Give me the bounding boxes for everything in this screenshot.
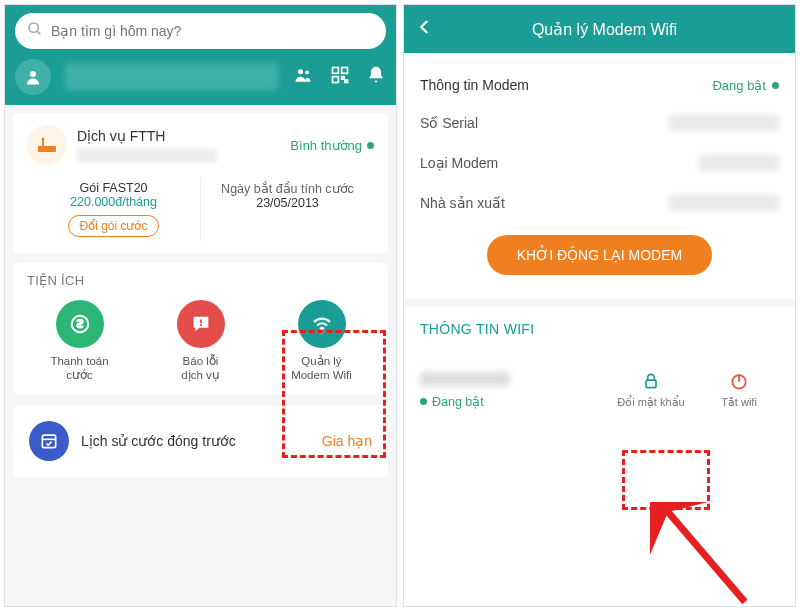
power-icon — [729, 371, 749, 393]
vendor-label: Nhà sản xuất — [420, 195, 505, 211]
plan-date-col: Ngày bắt đầu tính cước 23/05/2013 — [201, 177, 374, 241]
svg-rect-9 — [345, 80, 348, 83]
svg-point-16 — [321, 331, 323, 333]
svg-rect-14 — [200, 319, 202, 323]
plan-start-date: 23/05/2013 — [203, 196, 372, 210]
calendar-icon — [29, 421, 69, 461]
wifi-status: Đang bật — [420, 394, 603, 409]
restart-modem-button[interactable]: KHỞI ĐỘNG LẠI MODEM — [487, 235, 712, 275]
svg-line-1 — [37, 31, 40, 34]
modem-status-label: Đang bật — [712, 78, 766, 93]
svg-point-4 — [305, 71, 309, 75]
topbar-title: Quản lý Modem Wifi — [444, 20, 765, 39]
turn-off-label: Tắt wifi — [721, 396, 757, 409]
status-dot-icon — [772, 82, 779, 89]
router-icon — [27, 125, 67, 165]
service-card: Dịch vụ FTTH Bình thường Gói FAST20 220.… — [13, 113, 388, 253]
wifi-ssid-blurred — [420, 372, 510, 386]
utility-modem-wifi[interactable]: Quản lý Modem Wifi — [272, 300, 372, 383]
svg-point-2 — [30, 71, 36, 77]
plan-start-label: Ngày bắt đầu tính cước — [203, 181, 372, 196]
type-value-blurred — [699, 155, 779, 171]
plan-package-col: Gói FAST20 220.000đ/tháng Đổi gói cước — [27, 177, 201, 241]
service-title: Dịch vụ FTTH — [77, 128, 280, 144]
svg-rect-15 — [200, 324, 202, 326]
svg-point-0 — [29, 23, 38, 32]
bell-icon[interactable] — [366, 65, 386, 89]
wifi-row: Đang bật Đổi mật khẩu Tắt wifi — [404, 365, 795, 421]
topbar: Quản lý Modem Wifi — [404, 5, 795, 53]
vendor-value-blurred — [669, 195, 779, 211]
service-status: Bình thường — [290, 138, 374, 153]
plan-price: 220.000đ/tháng — [29, 195, 198, 209]
serial-label: Số Serial — [420, 115, 478, 131]
search-input[interactable] — [51, 23, 374, 39]
utility-report-error[interactable]: Báo lỗi dịch vụ — [151, 300, 251, 383]
modem-info-section: Thông tin Modem Đang bật Số Serial Loại … — [404, 53, 795, 299]
dollar-icon — [56, 300, 104, 348]
wifi-status-label: Đang bật — [432, 394, 484, 409]
service-subtext-blurred — [77, 148, 217, 162]
modem-management-screen: Quản lý Modem Wifi Thông tin Modem Đang … — [403, 4, 796, 607]
turn-off-wifi-button[interactable]: Tắt wifi — [699, 371, 779, 409]
change-package-button[interactable]: Đổi gói cước — [68, 215, 158, 237]
utility-modem-label: Quản lý Modem Wifi — [291, 354, 352, 383]
utilities-header: TIỆN ÍCH — [13, 263, 388, 294]
svg-rect-10 — [38, 146, 56, 152]
friends-icon[interactable] — [292, 65, 314, 89]
utility-payment-label: Thanh toán cước — [50, 354, 108, 383]
back-icon[interactable] — [416, 18, 434, 40]
row-serial: Số Serial — [420, 103, 779, 143]
history-label: Lịch sử cước đóng trước — [81, 433, 310, 449]
row-vendor: Nhà sản xuất — [420, 183, 779, 223]
utility-payment[interactable]: Thanh toán cước — [30, 300, 130, 383]
svg-rect-5 — [333, 68, 339, 74]
change-password-label: Đổi mật khẩu — [617, 396, 684, 409]
row-modem-type: Loại Modem — [420, 143, 779, 183]
wifi-name-column: Đang bật — [420, 372, 603, 409]
section-divider — [404, 299, 795, 307]
lock-icon — [641, 371, 661, 393]
svg-rect-6 — [342, 68, 348, 74]
utilities-card: TIỆN ÍCH Thanh toán cước Báo lỗi dịch vụ — [13, 263, 388, 395]
type-label: Loại Modem — [420, 155, 498, 171]
avatar[interactable] — [15, 59, 51, 95]
modem-info-title: Thông tin Modem — [420, 77, 529, 93]
svg-point-3 — [298, 69, 303, 74]
search-bar[interactable] — [15, 13, 386, 49]
change-password-button[interactable]: Đổi mật khẩu — [611, 371, 691, 409]
svg-point-12 — [42, 138, 45, 141]
search-icon — [27, 21, 43, 41]
svg-rect-7 — [333, 77, 339, 83]
svg-rect-19 — [646, 380, 656, 388]
renew-link[interactable]: Gia hạn — [322, 433, 372, 449]
alert-chat-icon — [177, 300, 225, 348]
svg-rect-8 — [342, 77, 345, 80]
status-dot-icon — [367, 142, 374, 149]
modem-status: Đang bật — [712, 78, 779, 93]
user-name-blurred — [65, 63, 278, 91]
service-status-label: Bình thường — [290, 138, 362, 153]
wifi-info-header: THÔNG TIN WIFI — [404, 307, 795, 365]
serial-value-blurred — [669, 115, 779, 131]
wifi-icon — [298, 300, 346, 348]
home-header — [5, 5, 396, 105]
plan-name: Gói FAST20 — [29, 181, 198, 195]
status-dot-icon — [420, 398, 427, 405]
home-screen: Dịch vụ FTTH Bình thường Gói FAST20 220.… — [4, 4, 397, 607]
qr-icon[interactable] — [330, 65, 350, 89]
history-card[interactable]: Lịch sử cước đóng trước Gia hạn — [13, 405, 388, 477]
utility-report-label: Báo lỗi dịch vụ — [181, 354, 220, 383]
svg-rect-17 — [42, 435, 55, 448]
